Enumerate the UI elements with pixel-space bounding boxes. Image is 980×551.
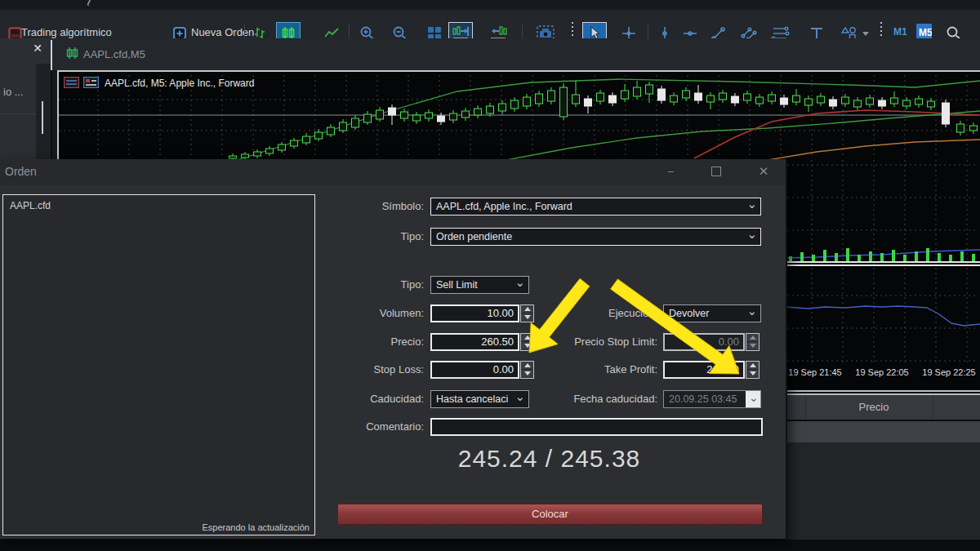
expiry-select[interactable]: Hasta cancelaci ⌄	[430, 390, 529, 408]
comment-input[interactable]	[430, 418, 763, 436]
trade-panel-icon[interactable]	[64, 77, 79, 91]
chevron-down-icon: ⌄	[514, 389, 525, 405]
spin-down-icon[interactable]	[521, 313, 533, 321]
symbol-list-panel[interactable]: AAPL.cfd Esperando la actualización	[2, 194, 315, 535]
place-order-button[interactable]: Colocar	[337, 504, 763, 525]
bid-ask-quote: 245.24 / 245.38	[337, 445, 761, 473]
execution-label: Ejecución:	[535, 304, 657, 322]
symbol-list-item[interactable]: AAPL.cfd	[10, 200, 51, 211]
price-column-header[interactable]: Precio	[786, 395, 980, 420]
order-type-label: Tipo:	[310, 276, 424, 294]
chevron-down-icon: ⌄	[746, 196, 757, 212]
mt5-window: Trading algorítmico Nueva Orden	[0, 0, 980, 551]
order-type-select[interactable]: Sell Limit ⌄	[430, 276, 529, 294]
time-axis-label: 19 Sep 22:05	[848, 367, 916, 377]
toolbox-body	[786, 442, 980, 540]
market-depth-icon[interactable]	[83, 77, 99, 91]
price-label: Precio:	[310, 333, 424, 351]
menu-strip	[0, 0, 980, 10]
minimize-icon[interactable]: −	[658, 162, 683, 180]
time-axis-label: 19 Sep 22:25	[915, 367, 980, 377]
stop-limit-stepper	[746, 333, 760, 351]
toolbar: Trading algorítmico Nueva Orden	[0, 10, 980, 39]
panel-separator	[786, 390, 980, 392]
volume-stepper[interactable]	[520, 304, 534, 322]
symbol-label: Símbolo:	[310, 198, 424, 216]
stop-limit-input: 0.00	[663, 333, 745, 351]
chevron-down-icon: ⌄	[746, 303, 757, 319]
chart-tab-bar: AAPL.cfd,M5	[51, 38, 980, 70]
dialog-titlebar[interactable]: Orden − ✕	[0, 159, 786, 185]
spin-up-icon	[746, 334, 759, 342]
chart-tab-aapl[interactable]: AAPL.cfd,M5	[83, 48, 145, 60]
expiry-date-select: 20.09.25 03:45 ⌄	[663, 390, 761, 408]
dialog-title: Orden	[5, 165, 37, 178]
order-dialog: Orden − ✕ AAPL.cfd Esperando la actualiz…	[0, 159, 787, 539]
spin-up-icon[interactable]	[521, 334, 533, 342]
price-stepper[interactable]	[520, 333, 534, 351]
type-label: Tipo:	[310, 228, 424, 246]
chart-title: AAPL.cfd, M5: Apple Inc., Forward	[105, 78, 254, 89]
timeframe-m1-button[interactable]: M1	[893, 26, 907, 38]
chart-tab-icon	[65, 47, 78, 63]
chart-canvas-right[interactable]	[786, 159, 980, 389]
spin-down-icon	[746, 342, 759, 349]
menu-remnant	[87, 0, 96, 9]
calendar-dropdown-button: ⌄	[746, 391, 760, 407]
volume-label: Volumen:	[310, 304, 424, 322]
algo-trading-label[interactable]: Trading algorítmico	[21, 26, 112, 38]
type-select[interactable]: Orden pendiente ⌄	[430, 228, 761, 246]
sidebar-scrollbar[interactable]	[36, 64, 51, 159]
chevron-down-icon: ⌄	[749, 389, 759, 406]
stop-loss-input[interactable]: 0.00	[430, 361, 519, 379]
sidebar-partial-column-label: io ...	[3, 86, 24, 98]
spin-up-icon[interactable]	[521, 305, 533, 313]
spin-down-icon[interactable]	[746, 370, 759, 377]
price-input[interactable]: 260.50	[430, 333, 519, 351]
spin-down-icon[interactable]	[521, 370, 533, 377]
spin-down-icon[interactable]	[521, 342, 533, 349]
close-icon[interactable]: ✕	[33, 42, 42, 55]
spin-up-icon[interactable]	[521, 362, 533, 370]
spin-up-icon[interactable]	[746, 362, 759, 370]
take-profit-input[interactable]: 245.60	[663, 361, 745, 379]
time-axis-label: 19 Sep 21:45	[781, 367, 849, 377]
sidebar-divider	[0, 113, 36, 114]
take-profit-stepper[interactable]	[746, 361, 760, 379]
stop-limit-label: Precio Stop Limit:	[535, 333, 657, 351]
comment-label: Comentario:	[310, 418, 424, 436]
price-column-label: Precio	[786, 401, 962, 413]
chevron-down-icon: ⌄	[514, 274, 525, 291]
symbol-select[interactable]: AAPL.cfd, Apple Inc., Forward ⌄	[430, 198, 761, 216]
chart-canvas[interactable]: AAPL.cfd, M5: Apple Inc., Forward	[57, 70, 980, 161]
take-profit-label: Take Profit:	[535, 361, 657, 379]
symbol-list-status: Esperando la actualización	[203, 522, 310, 532]
sidebar-scrollbar-thumb[interactable]	[42, 101, 43, 134]
volume-input[interactable]: 10.00	[430, 304, 519, 322]
expiry-date-label: Fecha caducidad:	[535, 390, 657, 408]
execution-select[interactable]: Devolver ⌄	[663, 304, 761, 322]
close-icon[interactable]: ✕	[751, 162, 776, 180]
stop-loss-stepper[interactable]	[520, 361, 534, 379]
market-watch-stub: ✕ io ...	[0, 38, 51, 159]
panel-divider	[51, 40, 52, 70]
maximize-icon[interactable]	[704, 162, 728, 180]
chevron-down-icon: ⌄	[746, 226, 757, 242]
stop-loss-label: Stop Loss:	[310, 361, 424, 379]
expiry-label: Caducidad:	[310, 390, 424, 408]
toolbox-row	[786, 421, 980, 442]
